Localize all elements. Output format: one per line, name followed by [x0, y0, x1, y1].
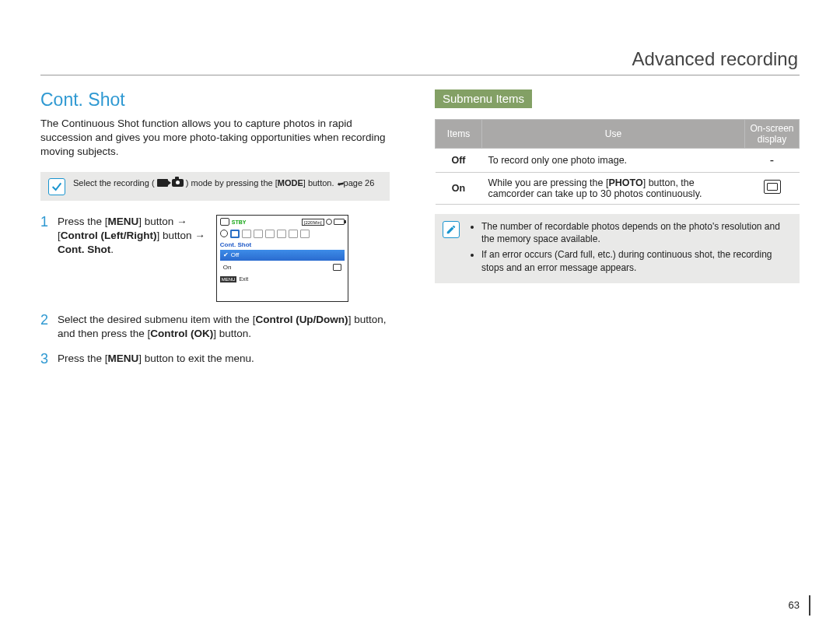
cont-shot-display-icon — [764, 180, 781, 194]
lcd-time-remaining: [220Min] — [302, 219, 324, 226]
step-1-text: Press the [MENU] button → [Control (Left… — [58, 215, 205, 258]
submenu-items-table: Items Use On-screen display Off To recor… — [435, 119, 800, 205]
section-title: Cont. Shot — [40, 89, 405, 111]
cell-item-off: Off — [436, 149, 482, 173]
lcd-option-on: On — [220, 262, 345, 273]
header-divider — [40, 75, 800, 75]
right-note-box: The number of recordable photos depends … — [435, 214, 800, 283]
step-number-2: 2 — [40, 313, 58, 328]
table-row: Off To record only one photo image. - — [436, 149, 800, 173]
lcd-exit-row: MENU Exit — [220, 276, 345, 282]
step-3-text: Press the [MENU] button to exit the menu… — [58, 352, 405, 366]
lcd-menu-title: Cont. Shot — [220, 241, 345, 248]
mode-note-text: Select the recording ( ) mode by pressin… — [73, 177, 382, 189]
sd-card-icon — [220, 218, 229, 226]
cell-use-off: To record only one photo image. — [482, 149, 745, 173]
list-item: If an error occurs (Card full, etc.) dur… — [481, 248, 792, 273]
page-header-title: Advanced recording — [40, 48, 800, 75]
disc-icon — [326, 219, 332, 225]
right-note-list: The number of recordable photos depends … — [467, 220, 792, 274]
table-row: On While you are pressing the [PHOTO] bu… — [436, 173, 800, 205]
pencil-note-icon — [443, 221, 460, 238]
cell-disp-off: - — [745, 149, 800, 173]
lcd-icon-strip — [220, 229, 345, 239]
magnifier-icon — [220, 230, 228, 237]
check-icon — [48, 178, 65, 195]
step-number-1: 1 — [40, 215, 58, 230]
lcd-option-off: ✔ Off — [220, 250, 345, 261]
th-onscreen: On-screen display — [745, 120, 800, 149]
step-number-3: 3 — [40, 352, 58, 367]
cell-disp-on — [745, 173, 800, 205]
th-use: Use — [482, 120, 745, 149]
submenu-items-header: Submenu Items — [435, 89, 532, 108]
cell-item-on: On — [436, 173, 482, 205]
menu-button-icon: MENU — [220, 276, 237, 282]
step-2-text: Select the desired submenu item with the… — [58, 313, 405, 341]
camera-icon — [172, 179, 184, 187]
page-ref-arrow-icon: ➥ — [335, 177, 344, 190]
cell-use-on: While you are pressing the [PHOTO] butto… — [482, 173, 745, 205]
list-item: The number of recordable photos depends … — [481, 220, 792, 245]
checkmark-icon: ✔ — [223, 251, 229, 258]
lcd-stby-label: STBY — [232, 219, 247, 225]
mode-note-box: Select the recording ( ) mode by pressin… — [40, 172, 390, 201]
video-icon — [157, 179, 168, 187]
steps-list: 1 Press the [MENU] button → [Control (Le… — [40, 215, 405, 367]
th-items: Items — [436, 120, 482, 149]
page-number: 63 — [789, 599, 800, 611]
battery-icon — [334, 219, 345, 225]
cont-shot-icon — [333, 264, 341, 271]
intro-paragraph: The Continuous Shot function allows you … — [40, 117, 405, 160]
camera-lcd-mock: STBY [220Min] Con — [216, 215, 348, 302]
